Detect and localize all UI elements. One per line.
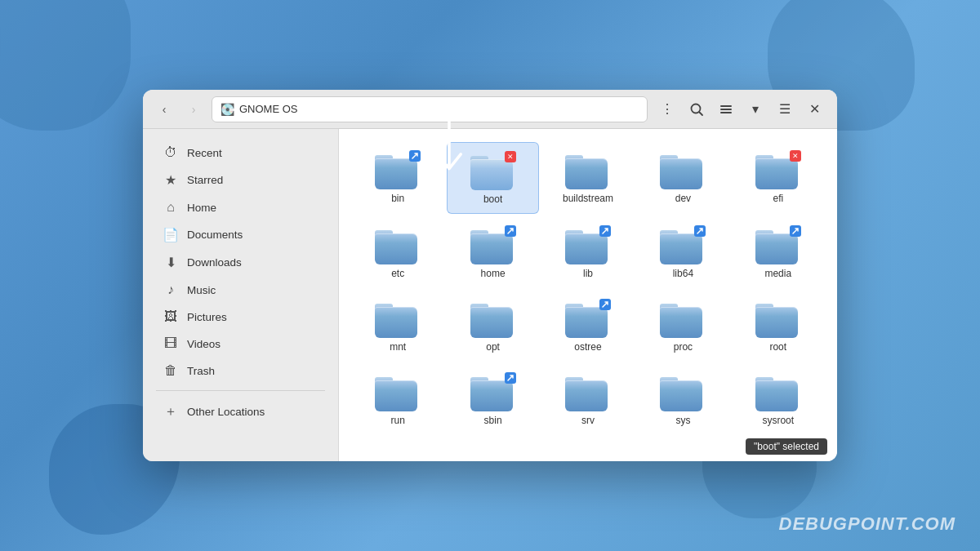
sidebar: ⏱ Recent ★ Starred ⌂ Home 📄 Documents ⬇ … [143, 129, 339, 461]
folder-name: dev [675, 193, 691, 204]
folder-item-opt[interactable]: opt [447, 291, 538, 361]
folder-name: root [769, 341, 786, 353]
sidebar-label-videos: Videos [187, 338, 220, 350]
folder-item-run[interactable]: run [352, 364, 443, 434]
folder-icon [755, 225, 801, 264]
folder-icon [470, 225, 516, 264]
folder-name: etc [391, 268, 404, 279]
folder-name: ostree [574, 341, 601, 353]
folder-item-etc[interactable]: etc [352, 217, 443, 287]
folder-icon [470, 372, 516, 411]
recent-icon: ⏱ [163, 145, 179, 160]
sidebar-label-trash: Trash [187, 365, 215, 377]
search-button[interactable] [684, 96, 710, 122]
sidebar-divider [156, 390, 325, 391]
sidebar-label-other-locations: Other Locations [187, 406, 265, 418]
folder-item-ostree[interactable]: ostree [542, 291, 634, 361]
sidebar-item-trash[interactable]: 🗑 Trash [149, 358, 332, 384]
symlink-badge [505, 372, 516, 384]
close-button[interactable]: ✕ [801, 96, 827, 122]
folder-icon [565, 299, 611, 338]
sidebar-item-recent[interactable]: ⏱ Recent [149, 140, 332, 166]
sidebar-item-home[interactable]: ⌂ Home [149, 194, 332, 220]
folder-item-srv[interactable]: srv [542, 364, 634, 434]
watermark: DEBUGPOINT.COM [779, 513, 956, 535]
folder-icon [565, 150, 611, 189]
svg-rect-3 [720, 109, 732, 110]
starred-icon: ★ [163, 172, 179, 188]
folder-item-sysroot[interactable]: sysroot [733, 364, 824, 434]
folder-grid: bin ✕ boot buildstream [352, 142, 824, 434]
trash-icon: 🗑 [163, 363, 179, 378]
sidebar-label-music: Music [187, 284, 216, 296]
folder-name: srv [581, 415, 595, 426]
folder-item-sys[interactable]: sys [637, 364, 728, 434]
content-area: ⏱ Recent ★ Starred ⌂ Home 📄 Documents ⬇ … [143, 129, 837, 461]
symlink-badge [694, 225, 706, 237]
folder-item-efi[interactable]: ✕ efi [733, 142, 824, 214]
folder-name: sbin [484, 415, 502, 426]
symlink-badge [599, 299, 611, 310]
arrow-annotation [425, 114, 474, 183]
svg-rect-2 [720, 105, 732, 107]
main-content: bin ✕ boot buildstream [339, 129, 837, 461]
toolbar: ‹ › 💽 GNOME OS ⋮ ▾ ☰ ✕ [143, 90, 837, 129]
folder-name: home [481, 268, 506, 279]
symlink-badge [599, 225, 611, 237]
folder-icon [565, 372, 611, 411]
error-badge: ✕ [790, 150, 801, 162]
other-locations-icon: ＋ [163, 403, 179, 420]
folder-icon [565, 225, 611, 264]
folder-name: run [391, 415, 405, 426]
sidebar-item-other-locations[interactable]: ＋ Other Locations [149, 398, 332, 426]
view-toggle-button[interactable]: ▾ [742, 96, 768, 122]
sidebar-item-pictures[interactable]: 🖼 Pictures [149, 304, 332, 330]
sidebar-item-downloads[interactable]: ⬇ Downloads [149, 249, 332, 276]
folder-item-lib64[interactable]: lib64 [637, 217, 728, 287]
folder-name: boot [483, 193, 502, 205]
back-button[interactable]: ‹ [153, 98, 176, 121]
folder-name: lib [583, 268, 593, 279]
sidebar-item-starred[interactable]: ★ Starred [149, 167, 332, 193]
folder-item-sbin[interactable]: sbin [447, 364, 538, 434]
status-bar: "boot" selected [746, 438, 827, 455]
videos-icon: 🎞 [163, 336, 179, 351]
folder-name: mnt [390, 341, 406, 353]
sidebar-label-recent: Recent [187, 147, 222, 159]
folder-icon [755, 372, 801, 411]
sidebar-label-home: Home [187, 202, 216, 214]
hamburger-button[interactable]: ☰ [772, 96, 798, 122]
folder-icon [660, 299, 706, 338]
sidebar-item-documents[interactable]: 📄 Documents [149, 221, 332, 248]
folder-name: buildstream [563, 193, 613, 204]
folder-icon: ✕ [755, 150, 801, 189]
svg-line-1 [700, 112, 703, 115]
drive-icon: 💽 [220, 103, 234, 116]
sidebar-item-videos[interactable]: 🎞 Videos [149, 331, 332, 357]
folder-name: efi [773, 193, 783, 204]
folder-item-media[interactable]: media [733, 217, 824, 287]
sidebar-item-music[interactable]: ♪ Music [149, 277, 332, 303]
folder-item-mnt[interactable]: mnt [352, 291, 443, 361]
menu-button[interactable]: ⋮ [654, 96, 680, 122]
bg-decoration-1 [0, 0, 131, 131]
list-view-button[interactable] [713, 96, 739, 122]
folder-icon: ✕ [470, 151, 516, 190]
folder-icon [375, 372, 421, 411]
sidebar-label-pictures: Pictures [187, 311, 227, 323]
folder-item-proc[interactable]: proc [637, 291, 728, 361]
folder-item-dev[interactable]: dev [637, 142, 728, 214]
music-icon: ♪ [163, 282, 179, 297]
forward-button[interactable]: › [182, 98, 205, 121]
folder-item-buildstream[interactable]: buildstream [542, 142, 634, 214]
folder-item-root[interactable]: root [733, 291, 824, 361]
folder-item-home[interactable]: home [447, 217, 538, 287]
symlink-badge [409, 150, 421, 162]
folder-name: bin [391, 193, 404, 204]
toolbar-actions: ⋮ ▾ ☰ ✕ [654, 96, 827, 122]
symlink-badge [505, 225, 516, 237]
folder-item-lib[interactable]: lib [542, 217, 634, 287]
folder-name: sysroot [762, 415, 794, 426]
path-text: GNOME OS [239, 103, 298, 115]
svg-rect-4 [720, 112, 732, 113]
